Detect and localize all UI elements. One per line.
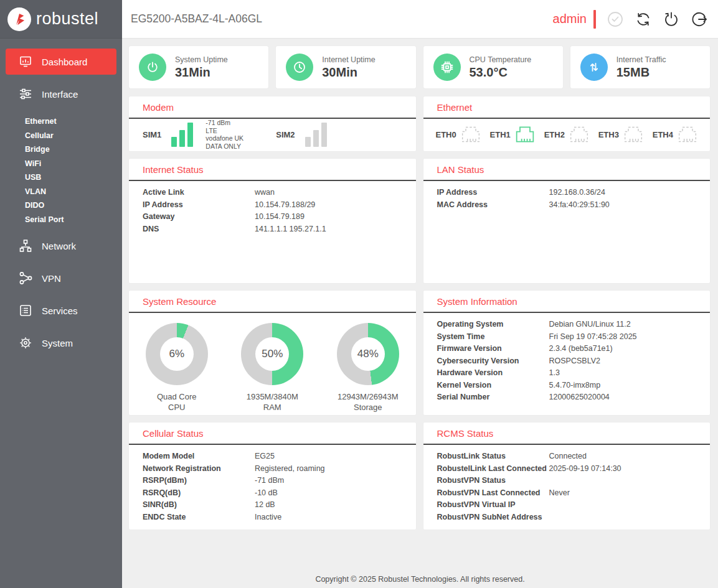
- row-value: -10 dB: [255, 487, 410, 500]
- cellular-status-panel: Cellular Status Modem ModelEG25Network R…: [129, 422, 416, 530]
- refresh-icon[interactable]: [635, 11, 652, 28]
- sim-detail-line: vodafone UK: [205, 134, 243, 142]
- sidebar-item-vpn[interactable]: VPN: [6, 265, 116, 291]
- row-label: SINR(dB): [143, 499, 255, 511]
- gauge-percent: 6%: [146, 323, 208, 385]
- row-label: Kernel Version: [437, 380, 549, 392]
- row-label: RobustVPN SubNet Address: [437, 511, 549, 524]
- row-label: RSRQ(dB): [143, 487, 255, 500]
- row-value: Connected: [549, 450, 704, 463]
- sidebar-subitem-vlan[interactable]: VLAN: [25, 185, 122, 199]
- sidebar-nav: Dashboard Interface EthernetCellularBrid…: [0, 39, 122, 356]
- reboot-icon[interactable]: [663, 11, 680, 28]
- stat-cards: System Uptime 31Min Internet Uptime 30Mi…: [129, 46, 710, 88]
- row-value: 10.154.79.189: [255, 211, 410, 223]
- status-row: RobustelLink Last Connected2025-09-19 07…: [437, 463, 704, 475]
- sidebar-subitem-cellular[interactable]: Cellular: [25, 129, 122, 143]
- sidebar-subitem-dido[interactable]: DIDO: [25, 198, 122, 213]
- rj45-port-icon: [678, 125, 697, 144]
- row-value: 2.3.4 (beb5a71e1): [549, 343, 704, 355]
- sidebar-item-label: Network: [42, 241, 76, 251]
- row-label: Firmware Version: [437, 343, 549, 355]
- sidebar-subitem-serial-port[interactable]: Serial Port: [25, 213, 122, 227]
- row-label: Cybersecurity Version: [437, 355, 549, 368]
- sidebar-item-network[interactable]: Network: [6, 233, 116, 259]
- row-value: Inactive: [255, 511, 410, 524]
- row-value: 12000625020004: [549, 391, 704, 404]
- sidebar-item-system[interactable]: System: [6, 330, 116, 356]
- sidebar-item-label: System: [42, 338, 73, 348]
- row-value: wwan: [255, 187, 410, 199]
- panel-title: System Information: [423, 291, 711, 313]
- row-value: [549, 499, 704, 511]
- status-row: System TimeFri Sep 19 07:45:28 2025: [437, 331, 704, 343]
- row-value: ROSPCSBLV2: [549, 355, 704, 368]
- row-label: Active Link: [143, 187, 255, 199]
- row-label: RobustVPN Virtual IP: [437, 499, 549, 511]
- cursor-bar: [593, 10, 596, 29]
- status-row: DNS141.1.1.1 195.27.1.1: [143, 223, 410, 236]
- sidebar-item-interface[interactable]: Interface: [6, 81, 116, 107]
- gauge-label: 12943M/26943M Storage: [321, 391, 415, 413]
- rcms-status-panel: RCMS Status RobustLink StatusConnectedRo…: [423, 422, 711, 530]
- status-row: Firmware Version2.3.4 (beb5a71e1): [437, 343, 704, 355]
- sidebar-subitem-usb[interactable]: USB: [25, 170, 122, 185]
- row-value: 12 dB: [255, 499, 410, 511]
- sidebar-item-dashboard[interactable]: Dashboard: [6, 49, 116, 75]
- rj45-port-icon: [569, 125, 589, 144]
- clock-icon: [286, 54, 313, 81]
- eth-port-label: ETH1: [490, 130, 511, 139]
- row-value: 192.168.0.36/24: [549, 187, 704, 199]
- sidebar-subitem-bridge[interactable]: Bridge: [25, 142, 122, 157]
- sidebar-subitem-wifi[interactable]: WiFi: [25, 157, 122, 171]
- row-label: Serial Number: [437, 391, 549, 404]
- sim-label: SIM1: [143, 130, 161, 139]
- dashboard-content: System Uptime 31Min Internet Uptime 30Mi…: [122, 39, 718, 588]
- logout-icon[interactable]: [691, 11, 708, 28]
- status-row: Operating SystemDebian GNU/Linux 11.2: [437, 319, 704, 331]
- panel-title: Ethernet: [423, 96, 711, 119]
- row-label: RobustVPN Status: [437, 475, 549, 487]
- gauge-percent: 50%: [241, 323, 303, 385]
- sim-detail-line: LTE: [205, 127, 243, 135]
- ram-donut-chart: 50%: [241, 323, 303, 385]
- status-row: MAC Address34:fa:40:29:51:90: [437, 199, 704, 212]
- sidebar-item-services[interactable]: Services: [6, 297, 116, 324]
- row-label: Network Registration: [143, 463, 255, 475]
- panel-title: Modem: [129, 96, 416, 119]
- status-row: IP Address192.168.0.36/24: [437, 187, 704, 199]
- row-label: RobustLink Status: [437, 450, 549, 463]
- stat-label: Internet Uptime: [322, 55, 375, 64]
- sim-detail-line: -71 dBm: [205, 119, 243, 127]
- row-value: 2025-09-19 07:14:30: [549, 463, 704, 475]
- eth-port-label: ETH3: [598, 130, 619, 139]
- sidebar-subitem-ethernet[interactable]: Ethernet: [25, 114, 122, 129]
- status-row: Cybersecurity VersionROSPCSBLV2: [437, 355, 704, 368]
- sim1-status: SIM1 -71 dBmLTEvodafone UKDATA ONLY: [143, 119, 276, 150]
- row-label: RobustelLink Last Connected: [437, 463, 549, 475]
- lan-status-panel: LAN Status IP Address192.168.0.36/24MAC …: [423, 159, 711, 283]
- row-value: EG25: [255, 450, 410, 463]
- panel-title: LAN Status: [423, 159, 711, 181]
- stat-label: System Uptime: [175, 55, 228, 64]
- eth-port-1: ETH1: [490, 125, 535, 144]
- modem-panel: Modem SIM1 -71 dBmLTEvodafone UKDATA ONL…: [129, 96, 416, 151]
- gauge-percent: 48%: [337, 323, 399, 385]
- status-row: RobustLink StatusConnected: [437, 450, 704, 463]
- row-value: Fri Sep 19 07:45:28 2025: [549, 331, 704, 343]
- stat-value: 15MB: [616, 65, 666, 80]
- status-row: Hardware Version1.3: [437, 367, 704, 380]
- gauge-label: Quad Core CPU: [130, 391, 224, 413]
- logo: robustel: [0, 0, 122, 39]
- sidebar: robustel Dashboard Interface EthernetCel…: [0, 0, 122, 588]
- signal-bars-icon: [305, 122, 327, 147]
- username-menu[interactable]: admin: [553, 12, 587, 26]
- row-value: 34:fa:40:29:51:90: [549, 199, 704, 212]
- stat-value: 53.0°C: [470, 65, 532, 80]
- ethernet-ports: ETH0 ETH1 ETH2 ETH3: [423, 119, 711, 150]
- eth-port-4: ETH4: [653, 125, 697, 144]
- power-icon: [139, 54, 166, 81]
- status-row: RSRP(dBm)-71 dBm: [143, 475, 410, 487]
- row-label: RobustVPN Last Connected: [437, 487, 549, 500]
- robustel-logo-icon: [7, 7, 31, 31]
